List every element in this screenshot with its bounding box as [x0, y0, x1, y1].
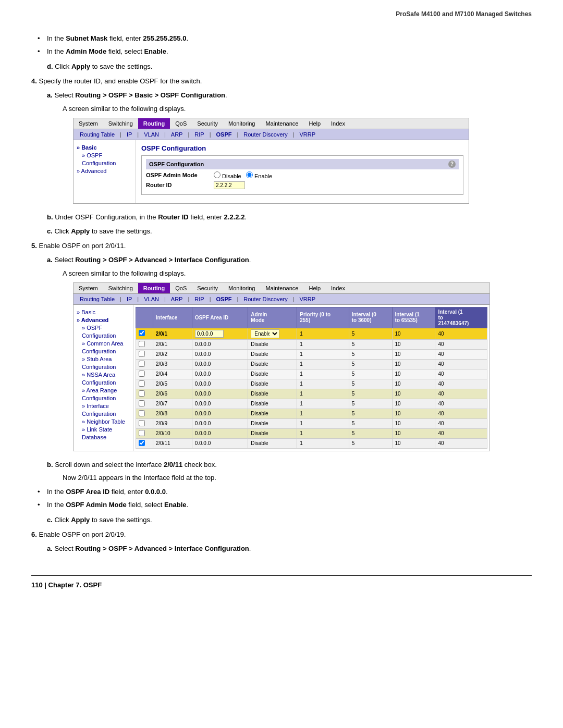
td-int3-8: 40 [435, 399, 487, 409]
td-interface-6: 2/0/5 [153, 379, 192, 389]
td-pri-1: 1 [297, 328, 349, 339]
row-checkbox-5[interactable] [139, 371, 145, 377]
nav-monitoring-2[interactable]: Monitoring [223, 283, 260, 293]
td-mode-10: Disable [248, 418, 297, 428]
sidebar-advanced-1[interactable]: » Advanced [77, 168, 132, 174]
bullet-item-1: In the Subnet Mask field, enter 255.255.… [47, 33, 532, 44]
td-int3-5: 40 [435, 369, 487, 379]
nav-bar-2: System Switching Routing QoS Security Mo… [74, 283, 489, 294]
nav-system-1[interactable]: System [74, 118, 103, 129]
sidebar-database-2[interactable]: Database [77, 434, 130, 440]
row-checkbox-2[interactable] [139, 341, 145, 347]
sidebar-configuration-1[interactable]: Configuration [77, 160, 132, 166]
row-checkbox-8[interactable] [139, 400, 145, 406]
row-checkbox-3[interactable] [139, 351, 145, 357]
row-checkbox-10[interactable] [139, 420, 145, 426]
nav-monitoring-1[interactable]: Monitoring [223, 118, 260, 129]
step-d1: d. Click Apply to save the settings. [31, 61, 532, 72]
subnav-rip-1[interactable]: RIP [190, 130, 208, 139]
sidebar-basic-2[interactable]: » Basic [77, 309, 130, 315]
subnav-arp-2[interactable]: ARP [167, 295, 187, 303]
nav-security-2[interactable]: Security [192, 283, 223, 293]
nav-switching-1[interactable]: Switching [103, 118, 138, 129]
td-pri-8: 1 [297, 399, 349, 409]
nav-system-2[interactable]: System [74, 283, 103, 293]
step-5b: b. Scroll down and select the interface … [31, 460, 532, 470]
subnav-ip-2[interactable]: IP [123, 295, 136, 303]
nav-routing-1[interactable]: Routing [138, 118, 170, 129]
td-check-11 [136, 428, 153, 438]
ui-box-1: OSPF Configuration ? OSPF Admin Mode Dis… [141, 155, 463, 195]
th-interval3: Interval (1to2147483647) [435, 307, 487, 328]
sidebar-interface-2[interactable]: » Interface [77, 403, 130, 409]
row-checkbox-7[interactable] [139, 390, 145, 397]
sidebar-area-range-2[interactable]: » Area Range [77, 387, 130, 393]
subnav-ospf-2[interactable]: OSPF [212, 295, 236, 303]
area-id-input-1[interactable] [195, 330, 224, 338]
sidebar-common-conf-2[interactable]: Configuration [77, 348, 130, 354]
sub-nav-2: Routing Table | IP | VLAN | ARP | RIP | … [74, 294, 489, 305]
sidebar-nssa-conf-2[interactable]: Configuration [77, 379, 130, 386]
nav-index-1[interactable]: Index [326, 118, 350, 129]
td-area-4: 0.0.0.0 [192, 359, 248, 369]
subnav-vlan-1[interactable]: VLAN [140, 130, 163, 139]
nav-qos-1[interactable]: QoS [170, 118, 192, 129]
sidebar-neighbor-2[interactable]: » Neighbor Table [77, 418, 130, 425]
subnav-ospf-1[interactable]: OSPF [212, 130, 236, 139]
row-checkbox-6[interactable] [139, 380, 145, 387]
subnav-vlan-2[interactable]: VLAN [140, 295, 163, 303]
nav-switching-2[interactable]: Switching [103, 283, 138, 293]
nav-help-1[interactable]: Help [303, 118, 326, 129]
row-checkbox-4[interactable] [139, 361, 145, 367]
subnav-ip-1[interactable]: IP [123, 130, 136, 139]
row-checkbox-9[interactable] [139, 410, 145, 416]
nav-qos-2[interactable]: QoS [170, 283, 192, 293]
step-5: 5. Enable OSPF on port 2/0/11. [31, 241, 532, 251]
subnav-vrrp-1[interactable]: VRRP [296, 130, 320, 139]
caption-5b: Now 2/0/11 appears in the Interface fiel… [31, 474, 532, 482]
subnav-router-discovery-2[interactable]: Router Discovery [239, 295, 291, 303]
sidebar-linkstate-2[interactable]: » Link State [77, 426, 130, 433]
nav-index-2[interactable]: Index [326, 283, 350, 293]
td-int1-4: 5 [349, 359, 392, 369]
router-id-input[interactable] [214, 181, 245, 189]
td-area-3: 0.0.0.0 [192, 349, 248, 359]
sidebar-ospf-conf-2[interactable]: » OSPF [77, 325, 130, 331]
td-int1-12: 5 [349, 438, 392, 448]
subnav-routing-table-2[interactable]: Routing Table [76, 295, 119, 303]
td-int2-7: 10 [392, 389, 435, 399]
nav-maintenance-1[interactable]: Maintenance [260, 118, 303, 129]
td-interface-8: 2/0/7 [153, 399, 192, 409]
row-checkbox-12[interactable] [139, 440, 145, 446]
td-check-10 [136, 418, 153, 428]
td-pri-2: 1 [297, 339, 349, 349]
subnav-vrrp-2[interactable]: VRRP [296, 295, 320, 303]
radio-enable-1[interactable] [246, 171, 253, 178]
subnav-router-discovery-1[interactable]: Router Discovery [239, 130, 291, 139]
sidebar-ospf-1[interactable]: » OSPF [77, 152, 132, 158]
nav-help-2[interactable]: Help [303, 283, 326, 293]
row-checkbox-11[interactable] [139, 430, 145, 436]
td-mode-8: Disable [248, 399, 297, 409]
sidebar-nssa-2[interactable]: » NSSA Area [77, 372, 130, 378]
sidebar-interface-conf-2[interactable]: Configuration [77, 411, 130, 417]
sidebar-area-conf-2[interactable]: Configuration [77, 395, 130, 401]
sidebar-basic-1[interactable]: » Basic [77, 144, 132, 151]
sidebar-stub-conf-2[interactable]: Configuration [77, 364, 130, 370]
row-checkbox-1[interactable] [139, 330, 145, 336]
subnav-arp-1[interactable]: ARP [167, 130, 187, 139]
subnav-rip-2[interactable]: RIP [190, 295, 208, 303]
sidebar-stub-area-2[interactable]: » Stub Area [77, 356, 130, 362]
sidebar-advanced-2[interactable]: » Advanced [77, 317, 130, 323]
td-int3-6: 40 [435, 379, 487, 389]
subnav-routing-table-1[interactable]: Routing Table [76, 130, 119, 139]
radio-disable-1[interactable] [214, 171, 221, 178]
step-4: 4. Specify the router ID, and enable OSP… [31, 76, 532, 87]
nav-maintenance-2[interactable]: Maintenance [260, 283, 303, 293]
help-icon-1[interactable]: ? [448, 161, 456, 168]
sidebar-conf-2[interactable]: Configuration [77, 332, 130, 339]
nav-routing-2[interactable]: Routing [138, 283, 170, 293]
sidebar-common-area-2[interactable]: » Common Area [77, 340, 130, 347]
mode-select-1[interactable]: Enable Disable [251, 329, 279, 338]
nav-security-1[interactable]: Security [192, 118, 223, 129]
